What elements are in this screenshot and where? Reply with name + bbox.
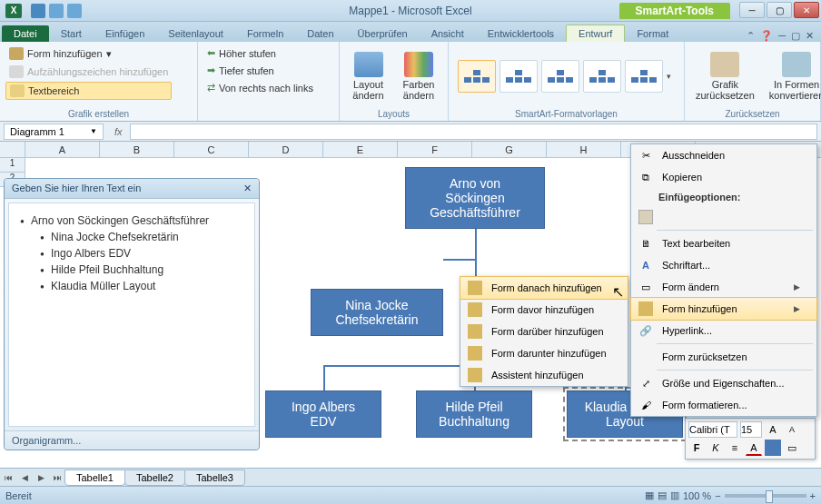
menu-item-format-shape[interactable]: 🖌Form formatieren... [631, 394, 816, 416]
sheet-nav-next-icon[interactable]: ▶ [33, 473, 49, 482]
add-shape-button[interactable]: Form hinzufügen ▾ [5, 45, 172, 62]
menu-item-change-shape[interactable]: ▭Form ändern▶ [631, 276, 816, 298]
text-pane-footer[interactable]: Organigramm... [5, 430, 259, 450]
style-thumb-1[interactable] [458, 60, 496, 93]
tab-review[interactable]: Überprüfen [346, 25, 420, 42]
col-header[interactable]: G [472, 142, 547, 157]
menu-item-size-props[interactable]: ⤢Größe und Eigenschaften... [631, 372, 816, 394]
zoom-in-icon[interactable]: + [810, 490, 816, 501]
tab-formulas[interactable]: Formeln [235, 25, 295, 42]
window-minimize-icon[interactable]: ─ [778, 30, 786, 42]
style-thumb-4[interactable] [583, 60, 621, 93]
close-button[interactable]: ✕ [794, 2, 819, 18]
window-close-icon[interactable]: ✕ [806, 30, 814, 42]
col-header[interactable]: E [323, 142, 398, 157]
view-normal-icon[interactable]: ▦ [645, 489, 654, 501]
menu-item-reset-shape[interactable]: Form zurücksetzen [631, 346, 816, 368]
tab-developer[interactable]: Entwicklertools [476, 25, 566, 42]
style-gallery[interactable]: ▾ [454, 45, 678, 107]
smartart-text-pane[interactable]: Geben Sie hier Ihren Text ein ✕ Arno von… [4, 178, 260, 450]
tab-format[interactable]: Format [625, 25, 680, 42]
col-header[interactable]: B [100, 142, 174, 157]
tab-file[interactable]: Datei [2, 25, 49, 42]
promote-button[interactable]: ⬅Höher stufen [203, 45, 317, 61]
menu-item-add-below[interactable]: Form darunter hinzufügen [460, 342, 628, 364]
menu-item-add-before[interactable]: Form davor hinzufügen [460, 299, 628, 321]
org-node-child-1[interactable]: Ingo AlbersEDV [265, 390, 381, 438]
fill-color-icon[interactable] [765, 440, 781, 456]
list-item[interactable]: Klaudia Müller Layout [51, 280, 245, 292]
sheet-tab[interactable]: Tabelle1 [64, 469, 125, 486]
zoom-slider[interactable] [725, 494, 806, 498]
menu-item-cut[interactable]: ✂Ausschneiden [631, 144, 816, 166]
menu-item-hyperlink[interactable]: 🔗Hyperlink... [631, 320, 816, 341]
col-header[interactable]: C [174, 142, 249, 157]
demote-button[interactable]: ➡Tiefer stufen [203, 63, 317, 78]
convert-shapes-button[interactable]: In Formen konvertieren [764, 45, 821, 107]
style-thumb-5[interactable] [625, 60, 663, 93]
font-color-icon[interactable]: A [746, 440, 762, 456]
save-icon[interactable] [31, 4, 45, 18]
col-header[interactable]: F [398, 142, 472, 157]
sheet-nav-prev-icon[interactable]: ◀ [16, 473, 33, 482]
help-icon[interactable]: ❓ [760, 30, 773, 42]
list-item[interactable]: Arno von Söckingen Geschäftsführer [31, 214, 245, 227]
change-colors-button[interactable]: Farben ändern [395, 45, 442, 107]
style-thumb-3[interactable] [541, 60, 579, 93]
org-node-assistant[interactable]: Nina JockeChefsekretärin [311, 289, 443, 336]
font-name-input[interactable] [688, 421, 737, 438]
maximize-button[interactable]: ▢ [767, 2, 792, 18]
col-header[interactable]: H [547, 142, 621, 157]
view-break-icon[interactable]: ▥ [670, 489, 679, 501]
zoom-out-icon[interactable]: − [715, 490, 720, 501]
tab-data[interactable]: Daten [295, 25, 345, 42]
add-bullet-button[interactable]: Aufzählungszeichen hinzufügen [5, 64, 172, 80]
tab-design[interactable]: Entwurf [566, 25, 625, 42]
close-icon[interactable]: ✕ [243, 183, 252, 194]
undo-icon[interactable] [49, 4, 64, 18]
org-node-child-2[interactable]: Hilde PfeilBuchhaltung [416, 390, 532, 438]
sheet-nav-last-icon[interactable]: ⏭ [49, 473, 65, 482]
list-item[interactable]: Ingo Albers EDV [51, 247, 245, 260]
menu-item-add-shape[interactable]: Form hinzufügen▶ [630, 297, 817, 321]
view-layout-icon[interactable]: ▤ [658, 489, 667, 501]
tab-insert[interactable]: Einfügen [94, 25, 156, 42]
rtl-button[interactable]: ⇄Von rechts nach links [203, 80, 317, 95]
change-layout-button[interactable]: Layout ändern [345, 45, 391, 107]
row-header[interactable]: 1 [0, 158, 25, 173]
sheet-tab[interactable]: Tabelle3 [184, 469, 245, 486]
formula-input[interactable] [130, 124, 817, 140]
menu-item-add-after[interactable]: Form danach hinzufügen [460, 276, 628, 300]
reset-graphic-button[interactable]: Grafik zurücksetzen [690, 45, 760, 107]
tab-start[interactable]: Start [49, 25, 94, 42]
col-header[interactable]: A [25, 142, 100, 157]
sheet-tab[interactable]: Tabelle2 [124, 469, 185, 486]
fx-label[interactable]: fx [107, 126, 130, 137]
gallery-more-icon[interactable]: ▾ [667, 72, 671, 81]
redo-icon[interactable] [67, 4, 82, 18]
text-pane-body[interactable]: Arno von Söckingen Geschäftsführer Nina … [8, 203, 255, 427]
menu-item-edit-text[interactable]: 🗎Text bearbeiten [631, 232, 816, 254]
zoom-level[interactable]: 100 % [683, 490, 711, 501]
font-size-input[interactable] [740, 421, 762, 438]
align-icon[interactable]: ≡ [727, 440, 743, 456]
menu-item-font[interactable]: ASchriftart... [631, 254, 816, 276]
menu-item-add-above[interactable]: Form darüber hinzufügen [460, 321, 628, 342]
shrink-font-icon[interactable]: A [784, 421, 800, 438]
menu-item-copy[interactable]: ⧉Kopieren [631, 166, 816, 188]
name-box[interactable]: Diagramm 1▼ [4, 124, 104, 140]
menu-item-add-assistant[interactable]: Assistent hinzufügen [460, 364, 628, 386]
select-all-corner[interactable] [0, 142, 25, 157]
style-thumb-2[interactable] [500, 60, 538, 93]
org-node-top[interactable]: Arno vonSöckingenGeschäftsführer [405, 167, 545, 229]
window-restore-icon[interactable]: ▢ [791, 30, 800, 42]
minimize-ribbon-icon[interactable]: ⌃ [747, 30, 755, 42]
tab-view[interactable]: Ansicht [420, 25, 476, 42]
worksheet-area[interactable]: 1 2 Geben Sie hier Ihren Text ein ✕ Arno… [0, 158, 821, 479]
grow-font-icon[interactable]: A [765, 421, 781, 438]
tab-pagelayout[interactable]: Seitenlayout [156, 25, 235, 42]
col-header[interactable]: D [249, 142, 323, 157]
outline-color-icon[interactable]: ▭ [784, 440, 800, 456]
chevron-down-icon[interactable]: ▼ [90, 127, 97, 135]
minimize-button[interactable]: ─ [739, 2, 765, 18]
